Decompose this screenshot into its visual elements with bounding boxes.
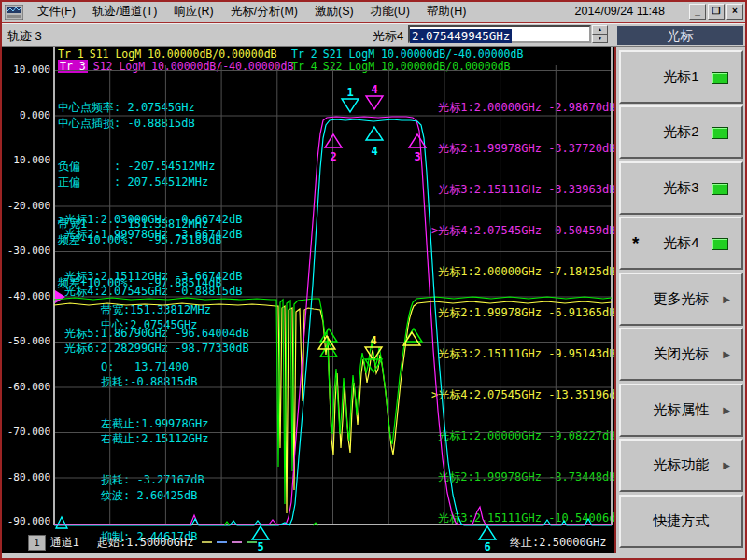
marker4-flag-magenta: 4: [371, 83, 377, 96]
channel-status-bar: 1 通道1 起始:1.50000GHz 终止:2.50000GHz: [0, 532, 616, 553]
marker1-flag-label: 1: [346, 86, 353, 99]
trace-color-key: [202, 541, 257, 543]
softkey-marker3[interactable]: 光标3: [619, 161, 743, 215]
bottom-edge-strip: [0, 553, 747, 560]
menu-marker-analysis[interactable]: 光标/分析(M): [222, 1, 306, 22]
trace4-legend[interactable]: Tr 4S22 LogM 10.00000dB/0.00000dB: [291, 60, 511, 73]
softkey-more-markers[interactable]: 更多光标▶: [619, 273, 743, 326]
start-frequency-label: 起始:1.50000GHz: [97, 535, 193, 551]
softkey-marker4[interactable]: *光标4: [619, 217, 743, 270]
marker4-flag-cyan: 4: [371, 145, 377, 158]
softkey-menu-title: 光标: [617, 26, 743, 45]
trace2-color-dash: [217, 541, 227, 543]
marker-list-traces-3-1-4: 光标1:2.00000GHz -2.98670dB 光标2:1.99978GHz…: [431, 74, 623, 560]
app-icon: [5, 5, 23, 20]
menu-help[interactable]: 帮助(H): [418, 1, 474, 22]
menu-trace-channel[interactable]: 轨迹/通道(T): [84, 1, 165, 22]
menu-file[interactable]: 文件(F): [29, 1, 84, 22]
spin-down-button[interactable]: ▼: [592, 35, 608, 44]
trace2-ref-marker: [56, 517, 67, 528]
channel-label: 通道1: [50, 535, 79, 551]
marker-frequency-value: 2.075449945GHz: [410, 29, 512, 43]
submenu-arrow-icon: ▶: [723, 294, 730, 304]
menu-utility[interactable]: 功能(U): [362, 1, 418, 22]
trace1-color-dash: [202, 541, 212, 543]
softkey-marker-functions[interactable]: 光标功能▶: [619, 439, 743, 492]
marker2-on-led: [712, 127, 728, 139]
trace3-legend-selected[interactable]: Tr 3S12 LogM 10.00000dB/-40.00000dB: [58, 60, 293, 73]
vna-application-window: 文件(F) 轨迹/通道(T) 响应(R) 光标/分析(M) 激励(S) 功能(U…: [0, 0, 747, 560]
marker-entry-label: 光标4: [373, 28, 403, 45]
trace2-legend[interactable]: Tr 2S21 LogM 10.00000dB/-40.00000dB: [291, 48, 523, 61]
minimize-button[interactable]: _: [689, 4, 706, 20]
trace-bottom-tick: [313, 523, 318, 525]
active-trace-label: 轨迹 3: [7, 28, 42, 45]
marker4-flag-yellow: 4: [370, 334, 376, 347]
restore-button[interactable]: ❐: [708, 4, 725, 20]
menu-response[interactable]: 响应(R): [165, 1, 221, 22]
menu-stimulus[interactable]: 激励(S): [306, 1, 362, 22]
submenu-arrow-icon: ▶: [723, 349, 730, 359]
close-button[interactable]: ×: [726, 4, 743, 20]
spin-up-button[interactable]: ▲: [592, 25, 608, 35]
softkey-marker-properties[interactable]: 光标属性▶: [619, 384, 743, 437]
marker1-on-led: [712, 72, 728, 84]
menu-bar: 文件(F) 轨迹/通道(T) 响应(R) 光标/分析(M) 激励(S) 功能(U…: [0, 0, 747, 23]
trace-bottom-tick: [224, 522, 230, 525]
softkey-marker-off[interactable]: 关闭光标▶: [619, 328, 743, 381]
entry-toolbar: 轨迹 3 光标4 2.075449945GHz ▲ ▼ 光标: [0, 23, 747, 47]
marker3-flag-label: 3: [414, 150, 420, 163]
submenu-arrow-icon: ▶: [723, 405, 730, 415]
marker4-on-led: [712, 238, 728, 250]
marker2-flag-label: 2: [330, 150, 336, 163]
marker-frequency-input[interactable]: 2.075449945GHz: [408, 25, 591, 43]
marker3-on-led: [712, 183, 728, 195]
filter-stats-readout: 带宽:151.33812MHz中心:2.07545GHz Q: 13.71400…: [101, 276, 211, 560]
softkey-marker2[interactable]: 光标2: [619, 105, 743, 159]
trace3-color-dash: [232, 541, 242, 543]
trace4-color-dash: [247, 541, 257, 543]
trace1-legend[interactable]: Tr 1S11 LogM 10.00000dB/0.00000dB: [58, 48, 277, 61]
active-softkey-star: *: [632, 233, 639, 254]
submenu-arrow-icon: ▶: [723, 460, 730, 470]
softkey-panel: 光标1 光标2 光标3 *光标4 更多光标▶ 关闭光标▶ 光标属性▶ 光标功能▶…: [616, 45, 747, 553]
stop-frequency-label: 终止:2.50000GHz: [510, 535, 606, 551]
softkey-shortcuts[interactable]: 快捷方式: [619, 495, 743, 548]
channel-number-badge: 1: [28, 535, 46, 551]
datetime-display: 2014/09/24 11:48: [575, 5, 665, 18]
softkey-marker1[interactable]: 光标1: [619, 50, 743, 104]
panel-divider: [614, 23, 616, 553]
